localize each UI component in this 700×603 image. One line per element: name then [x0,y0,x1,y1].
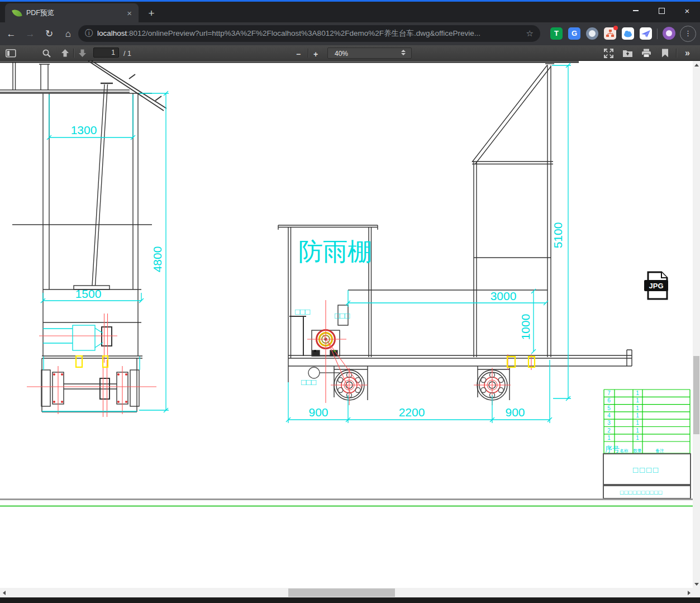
hub-bolt-marks [53,373,127,403]
bom-header-name: 名称 [620,448,629,453]
print-icon [641,49,651,58]
bird-glyph [640,27,652,40]
bird-extension-icon[interactable] [640,27,652,40]
tab-pdf-preview[interactable]: PDF预览 × [5,3,139,22]
toolbar-overflow-button[interactable]: » [685,48,690,58]
dim-front-width: 1500 [75,287,102,300]
horizontal-scrollbar[interactable] [0,588,693,597]
scroll-up-arrow[interactable] [693,61,700,69]
dim-mast-height: 5100 [551,222,564,249]
bom-no: 5 [607,405,611,411]
dim-front-top-width: 1300 [71,124,97,136]
bookmark-icon [661,49,669,58]
bom-header-qty: 数量 [634,448,642,453]
presentation-mode-button[interactable] [604,48,613,58]
bom-qty: 1 [636,412,639,419]
select-spinner-icon [401,50,406,55]
window-controls: × [623,2,700,20]
close-button[interactable]: × [674,2,700,20]
wheel-left [334,366,368,400]
forward-button[interactable]: → [22,29,38,40]
jpg-file-icon[interactable]: JPG [644,272,668,299]
sitemap-extension-icon[interactable] [604,27,616,40]
url-text[interactable]: localhost:8012/onlinePreview?url=http%3A… [97,29,522,39]
bom-table: 7 1 6 1 5 1 4 1 3 1 2 1 1 1 序号 名称 数量 [603,390,691,498]
page-down-icon [78,49,87,58]
zoom-separator [308,49,309,58]
window-bottom-edge [0,597,700,603]
tab-title: PDF预览 [26,8,125,18]
ring-extension-icon[interactable] [586,27,598,40]
home-button[interactable]: ⌂ [60,29,76,40]
bom-qty: 1 [636,420,639,426]
profile-avatar[interactable] [663,27,675,40]
translate-extension-icon[interactable]: G [568,27,580,40]
vertical-scrollbar[interactable] [693,61,700,588]
print-button[interactable] [641,48,651,58]
address-bar[interactable]: ⓘ localhost:8012/onlinePreview?url=http%… [78,25,540,42]
page-up-button[interactable] [60,48,70,58]
annotation-1: □□□ [295,307,310,316]
pdf-viewer-content: 1300 1500 4800 3000 1000 5100 900 2200 9… [0,61,700,603]
horizontal-scroll-thumb[interactable] [288,588,395,597]
tampermonkey-extension-icon[interactable]: T [550,27,563,40]
minimize-icon [633,10,639,11]
cloud-glyph [622,27,634,40]
sidebar-toggle-button[interactable] [6,48,16,58]
zoom-level-select[interactable]: 40% [327,48,412,59]
bookmark-star-icon[interactable]: ☆ [526,29,534,39]
dim-box-length: 3000 [491,289,517,302]
highlight-marks [76,356,535,367]
zoom-in-button[interactable]: + [313,50,318,59]
sidebar-toggle-icon [6,49,16,58]
scroll-down-arrow[interactable] [693,580,700,588]
scroll-right-arrow[interactable] [685,588,693,597]
bom-header-no: 序号 [605,445,620,453]
bom-rows: 7 1 6 1 5 1 4 1 3 1 2 1 1 1 [607,390,639,441]
open-file-button[interactable] [622,48,633,58]
bom-no: 7 [607,390,611,396]
page-up-icon [60,49,70,58]
url-rest: :8012/onlinePreview?url=http%3A%2F%2Floc… [127,29,480,37]
bom-no: 6 [607,397,611,403]
maximize-button[interactable] [649,2,674,20]
zoom-out-button[interactable]: − [296,50,301,59]
vertical-scroll-thumb[interactable] [693,356,699,434]
bom-no: 4 [607,412,611,419]
dim-box-height: 1000 [519,314,532,340]
zoom-level-value: 40% [335,50,348,58]
fullscreen-icon [604,49,613,58]
cloud-extension-icon[interactable] [622,27,634,40]
new-tab-button[interactable]: + [144,6,159,21]
dimension-labels: 1300 1500 4800 3000 1000 5100 900 2200 9… [71,124,564,419]
bom-header-note: 备注 [656,448,665,453]
bom-qty: 1 [636,428,639,434]
extension-notification-badge [613,26,618,30]
annotation-2: □□□ [335,311,350,320]
toolbar-divider [657,29,658,39]
bom-qty: 1 [636,435,639,441]
url-host: localhost [97,29,127,37]
page-info-icon[interactable]: ⓘ [85,29,93,39]
page-count-label: / 1 [123,50,131,58]
minimize-button[interactable] [623,2,649,20]
dim-wheelbase: 2200 [399,406,425,419]
drawing-labels: 防雨棚 □□□ □□□ □□□ [295,238,372,387]
navigation-bar: ← → ↻ ⌂ ⓘ localhost:8012/onlinePreview?u… [0,22,700,45]
tools-separator [676,49,677,58]
bookmark-button[interactable] [661,48,669,58]
page-down-button[interactable] [78,48,87,58]
tab-close-icon[interactable]: × [125,8,134,18]
search-button[interactable] [42,48,51,58]
open-file-icon [622,49,633,58]
reload-button[interactable]: ↻ [41,28,57,40]
page-number-input[interactable] [93,48,119,58]
rain-shelter-label: 防雨棚 [298,238,372,265]
bom-qty: 1 [636,405,639,411]
maximize-icon [659,8,665,14]
back-button[interactable]: ← [3,29,19,40]
spring-leaf-favicon [12,8,22,18]
scroll-left-arrow[interactable] [0,588,8,597]
dim-front-height: 4800 [151,246,164,273]
browser-menu-button[interactable]: ⋮ [680,26,696,42]
